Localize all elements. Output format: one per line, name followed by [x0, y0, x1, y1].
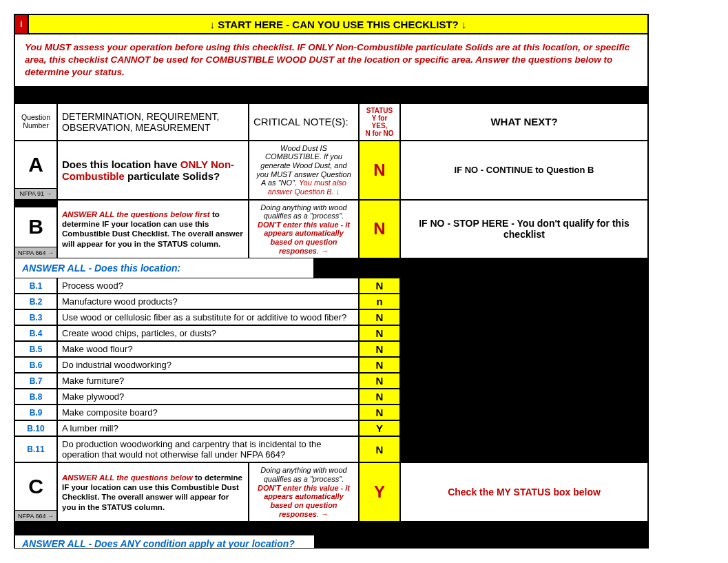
question-b-critical-note: Doing anything with wood qualifies as a … [249, 200, 359, 259]
b-item-fill [400, 341, 648, 357]
b-item-row: B.11Do production woodworking and carpen… [14, 436, 648, 462]
hdr-critical-notes: CRITICAL NOTE(S): [249, 103, 359, 141]
checklist-sheet: i ↓ START HERE - CAN YOU USE THIS CHECKL… [14, 14, 649, 549]
question-c-crit-arrow: . → [317, 510, 329, 518]
b-item-row: B.2Manufacture wood products?n [14, 294, 648, 309]
question-b-letter: B [15, 215, 56, 238]
b-item-status[interactable]: N [359, 389, 400, 405]
b-item-number: B.2 [14, 294, 57, 309]
b-item-row: B.9Make composite board?N [14, 405, 648, 420]
b-item-status[interactable]: N [359, 357, 400, 373]
b-item-status[interactable]: N [359, 373, 400, 389]
b-item-text: Process wood? [57, 278, 359, 294]
b-item-row: B.8Make plywood?N [14, 389, 648, 405]
b-item-number: B.4 [14, 325, 57, 341]
b-item-text: Do production woodworking and carpentry … [57, 436, 359, 462]
info-badge[interactable]: i [14, 14, 28, 34]
question-c-crit-plain: Doing anything with wood qualifies as a … [260, 466, 346, 483]
question-a-letter: A [15, 153, 56, 176]
b-item-fill [400, 405, 648, 420]
hdr-what-next: WHAT NEXT? [400, 103, 648, 141]
b-item-row: B.10A lumber mill?Y [14, 420, 648, 436]
question-b-crit-arrow: . → [317, 247, 329, 255]
b-item-number: B.5 [14, 341, 57, 357]
question-a-next: IF NO - CONTINUE to Question B [400, 141, 648, 200]
b-item-row: B.6Do industrial woodworking?N [14, 357, 648, 373]
b-item-number: B.6 [14, 357, 57, 373]
b-item-text: Make plywood? [57, 389, 359, 405]
b-item-number: B.8 [14, 389, 57, 405]
question-c-text: ANSWER ALL the questions below to determ… [57, 462, 249, 522]
b-item-fill [400, 357, 648, 373]
bottom-blue-text: ANSWER ALL - Does ANY condition apply at… [14, 535, 314, 548]
question-b-nfpa-tag[interactable]: NFPA 664 → [14, 247, 57, 258]
b-item-fill [400, 309, 648, 325]
question-a-suffix: particulate Solids? [125, 170, 220, 182]
b-item-number: B.3 [14, 309, 57, 325]
question-b-id-stack: B NFPA 664 → [14, 200, 57, 259]
b-item-status[interactable]: Y [359, 420, 400, 436]
question-c-status: Y [359, 462, 400, 522]
b-item-fill [400, 389, 648, 405]
b-subheader-row: ANSWER ALL - Does this location: [14, 258, 648, 278]
question-a-status[interactable]: N [359, 141, 400, 200]
b-item-status[interactable]: N [359, 325, 400, 341]
b-item-text: Manufacture wood products? [57, 294, 359, 309]
b-item-text: Use wood or cellulosic fiber as a substi… [57, 309, 359, 325]
question-c-letter: C [15, 475, 56, 498]
b-item-fill [400, 294, 648, 309]
question-b-crit-plain: Doing anything with wood qualifies as a … [260, 203, 346, 221]
question-c-nfpa-tag[interactable]: NFPA 664 → [14, 511, 57, 522]
hdr-question-number: Question Number [14, 103, 57, 141]
b-item-row: B.5Make wood flour?N [14, 341, 648, 357]
banner-title: ↓ START HERE - CAN YOU USE THIS CHECKLIS… [28, 14, 648, 34]
b-item-number: B.10 [14, 420, 57, 436]
b-item-text: Make composite board? [57, 405, 359, 420]
question-c-red: ANSWER ALL the questions below [62, 473, 193, 482]
question-row-b: B NFPA 664 → ANSWER ALL the questions be… [14, 200, 648, 259]
question-b-next: IF NO - STOP HERE - You don't qualify fo… [400, 200, 648, 259]
b-subheader-fill [314, 258, 648, 278]
b-item-status[interactable]: N [359, 436, 400, 462]
b-item-number: B.7 [14, 373, 57, 389]
b-item-number: B.11 [14, 436, 57, 462]
b-item-text: Create wood chips, particles, or dusts? [57, 325, 359, 341]
question-b-crit-red: DON'T enter this value - it appears auto… [258, 221, 350, 255]
question-b-status: N [359, 200, 400, 259]
hdr-status: STATUS Y for YES, N for NO [359, 103, 400, 141]
hdr-determination: DETERMINATION, REQUIREMENT, OBSERVATION,… [57, 103, 249, 141]
b-item-fill [400, 278, 648, 294]
bottom-cutoff-row: ANSWER ALL - Does ANY condition apply at… [14, 535, 648, 548]
b-item-status[interactable]: n [359, 294, 400, 309]
b-item-number: B.9 [14, 405, 57, 420]
hdr-status-line3: N for NO [365, 130, 393, 137]
question-a-id-stack: A NFPA 91 → [14, 141, 57, 200]
b-item-text: Make furniture? [57, 373, 359, 389]
question-a-text: Does this location have ONLY Non-Combust… [57, 141, 249, 200]
question-row-a: A NFPA 91 → Does this location have ONLY… [14, 141, 648, 200]
question-b-red: ANSWER ALL the questions below first [62, 210, 210, 218]
intro-text: You MUST assess your operation before us… [14, 34, 648, 87]
b-item-number: B.1 [14, 278, 57, 294]
b-item-fill [400, 420, 648, 436]
question-row-c: C NFPA 664 → ANSWER ALL the questions be… [14, 462, 648, 522]
b-item-fill [400, 325, 648, 341]
b-item-status[interactable]: N [359, 309, 400, 325]
hdr-status-line2: Y for YES, [364, 114, 395, 130]
question-b-text: ANSWER ALL the questions below first to … [57, 200, 249, 259]
question-a-nfpa-tag[interactable]: NFPA 91 → [14, 189, 57, 200]
b-item-fill [400, 436, 648, 462]
b-item-status[interactable]: N [359, 405, 400, 420]
b-item-row: B.3Use wood or cellulosic fiber as a sub… [14, 309, 648, 325]
black-separator [14, 87, 648, 103]
bottom-fill [314, 535, 648, 548]
question-a-critical-note: Wood Dust IS COMBUSTIBLE. If you generat… [249, 141, 359, 200]
b-item-status[interactable]: N [359, 341, 400, 357]
question-c-crit-red: DON'T enter this value - it appears auto… [258, 484, 350, 518]
b-item-text: A lumber mill? [57, 420, 359, 436]
b-item-text: Make wood flour? [57, 341, 359, 357]
hdr-status-line1: STATUS [366, 107, 393, 114]
b-item-status[interactable]: N [359, 278, 400, 294]
black-separator-bottom [14, 522, 648, 535]
banner-row: i ↓ START HERE - CAN YOU USE THIS CHECKL… [14, 14, 648, 34]
